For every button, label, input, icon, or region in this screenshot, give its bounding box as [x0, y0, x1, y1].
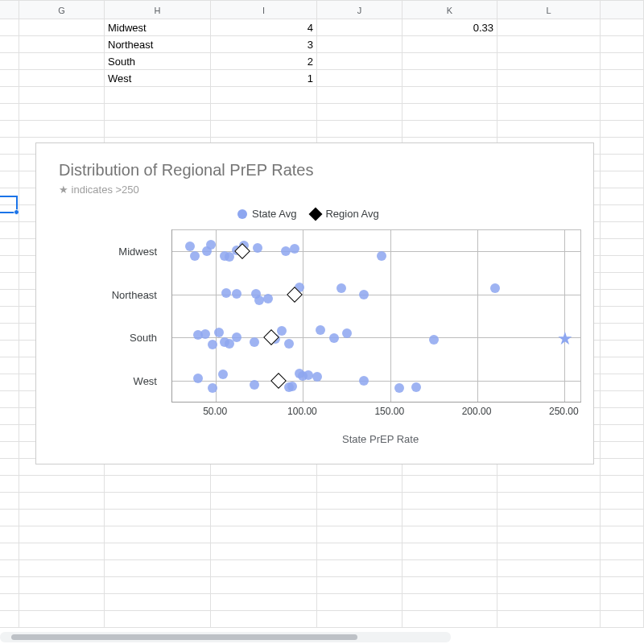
cell[interactable]	[497, 19, 601, 35]
cell[interactable]	[0, 324, 19, 340]
cell[interactable]	[0, 104, 19, 120]
cell[interactable]	[0, 594, 19, 610]
cell[interactable]	[402, 70, 497, 86]
cell[interactable]	[317, 121, 402, 137]
cell[interactable]: 2	[211, 53, 317, 69]
cell[interactable]	[317, 104, 402, 120]
cell[interactable]	[497, 560, 601, 576]
cell[interactable]	[601, 560, 644, 576]
cell[interactable]	[105, 594, 211, 610]
cell[interactable]	[211, 543, 317, 559]
cell[interactable]	[601, 577, 644, 593]
cell[interactable]	[601, 324, 644, 340]
cell[interactable]	[105, 87, 211, 103]
cell[interactable]	[19, 121, 105, 137]
cell[interactable]	[601, 36, 644, 52]
cell[interactable]	[105, 560, 211, 576]
cell[interactable]	[0, 493, 19, 509]
chart[interactable]: Distribution of Regional PrEP Rates ★ in…	[35, 142, 594, 464]
cell[interactable]	[601, 121, 644, 137]
cell[interactable]	[19, 104, 105, 120]
cell[interactable]: 1	[211, 70, 317, 86]
cell[interactable]	[317, 594, 402, 610]
cell[interactable]	[0, 560, 19, 576]
cell[interactable]	[601, 459, 644, 475]
cell[interactable]	[0, 290, 19, 306]
cell[interactable]	[402, 87, 497, 103]
column-header-I[interactable]: I	[211, 0, 317, 19]
cell[interactable]	[19, 594, 105, 610]
cell[interactable]	[317, 493, 402, 509]
cell[interactable]	[105, 510, 211, 526]
cell[interactable]	[19, 577, 105, 593]
cell[interactable]	[317, 543, 402, 559]
cell[interactable]	[0, 171, 19, 188]
cell[interactable]	[0, 53, 19, 69]
cell[interactable]	[497, 87, 601, 103]
cell[interactable]	[402, 53, 497, 69]
column-header-blank[interactable]	[0, 0, 19, 19]
cell[interactable]: Midwest	[105, 19, 211, 35]
cell[interactable]	[497, 594, 601, 610]
cell[interactable]	[19, 526, 105, 543]
cell[interactable]	[317, 87, 402, 103]
scroll-thumb[interactable]	[11, 634, 357, 640]
horizontal-scrollbar[interactable]	[0, 632, 451, 642]
cell[interactable]	[402, 577, 497, 593]
cell[interactable]	[601, 341, 644, 357]
column-header-H[interactable]: H	[105, 0, 211, 19]
cell[interactable]	[601, 391, 644, 407]
cell[interactable]	[497, 493, 601, 509]
cell[interactable]	[601, 374, 644, 390]
cell[interactable]: 0.33	[402, 19, 497, 35]
cell[interactable]	[105, 543, 211, 559]
cell[interactable]	[317, 526, 402, 543]
cell[interactable]	[317, 53, 402, 69]
cell[interactable]	[0, 526, 19, 543]
cell[interactable]	[497, 510, 601, 526]
cell[interactable]: West	[105, 70, 211, 86]
cell[interactable]	[601, 70, 644, 86]
cell[interactable]	[19, 70, 105, 86]
cell[interactable]	[601, 526, 644, 543]
cell[interactable]	[0, 357, 19, 374]
cell[interactable]	[402, 493, 497, 509]
column-header-L[interactable]: L	[497, 0, 601, 19]
cell[interactable]	[0, 459, 19, 475]
cell[interactable]	[0, 307, 19, 323]
cell[interactable]	[601, 239, 644, 255]
cell[interactable]	[19, 611, 105, 627]
cell[interactable]	[0, 510, 19, 526]
cell[interactable]	[105, 577, 211, 593]
cell[interactable]	[601, 476, 644, 492]
cell[interactable]	[497, 104, 601, 120]
cell[interactable]	[19, 19, 105, 35]
cell[interactable]	[317, 577, 402, 593]
cell[interactable]	[402, 476, 497, 492]
cell[interactable]	[0, 611, 19, 627]
cell[interactable]	[211, 611, 317, 627]
cell[interactable]	[0, 425, 19, 441]
cell[interactable]	[402, 594, 497, 610]
cell[interactable]	[601, 53, 644, 69]
cell[interactable]	[0, 442, 19, 458]
cell[interactable]	[0, 391, 19, 407]
cell[interactable]	[19, 510, 105, 526]
cell[interactable]	[19, 87, 105, 103]
cell[interactable]	[601, 104, 644, 120]
cell[interactable]	[211, 493, 317, 509]
cell[interactable]: 3	[211, 36, 317, 52]
cell[interactable]	[19, 493, 105, 509]
cell[interactable]	[317, 476, 402, 492]
cell[interactable]	[601, 543, 644, 559]
cell[interactable]	[317, 70, 402, 86]
cell[interactable]	[601, 171, 644, 188]
cell[interactable]	[105, 104, 211, 120]
cell[interactable]	[317, 19, 402, 35]
cell[interactable]	[0, 408, 19, 424]
cell[interactable]	[601, 408, 644, 424]
cell[interactable]	[601, 307, 644, 323]
cell[interactable]	[0, 577, 19, 593]
cell[interactable]	[601, 19, 644, 35]
cell[interactable]	[0, 222, 19, 238]
